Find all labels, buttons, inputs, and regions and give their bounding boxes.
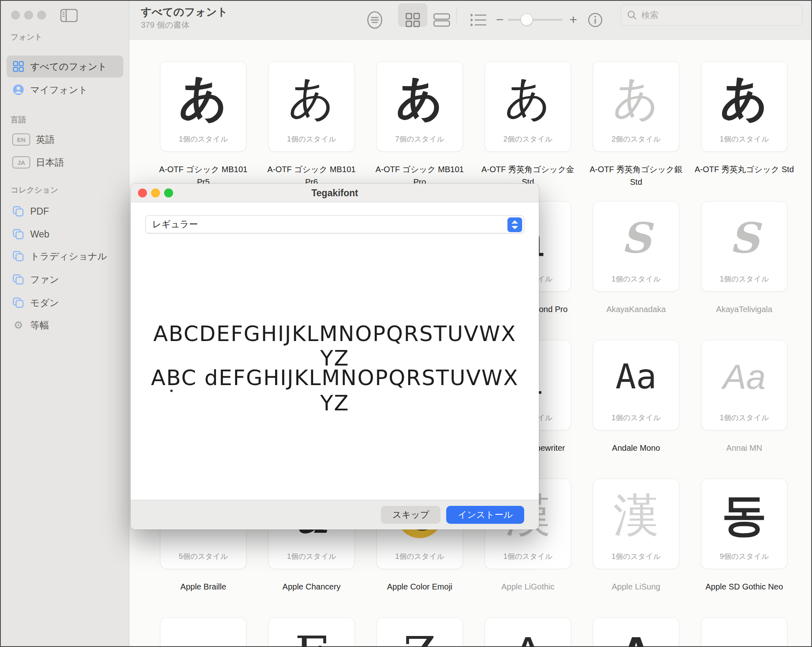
font-glyph: Aa: [593, 340, 679, 413]
sidebar-item-label: マイフォント: [30, 84, 88, 96]
font-card[interactable]: Aa1個のスタイル: [701, 340, 788, 430]
font-card[interactable]: F: [268, 617, 355, 647]
sidebar-item-label: PDF: [30, 206, 49, 217]
style-count: 5個のスタイル: [160, 552, 246, 561]
language-badge-icon: JA: [12, 156, 30, 168]
grid-view-icon[interactable]: [404, 0, 422, 40]
font-name: Apple LiSung: [585, 581, 687, 593]
font-card[interactable]: あ2個のスタイル: [593, 61, 679, 152]
font-glyph: Aa: [701, 340, 787, 413]
install-button[interactable]: インストール: [446, 506, 524, 524]
font-card[interactable]: [701, 617, 788, 647]
sidebar-section-header: フォント: [11, 32, 42, 42]
dialog-zoom-button[interactable]: [164, 188, 173, 197]
window-minimize-button[interactable]: [24, 11, 33, 20]
language-badge-icon: EN: [12, 133, 30, 146]
font-preview-line2b: YZ: [131, 391, 539, 415]
font-name: Apple SD Gothic Neo: [693, 581, 795, 593]
outline-view-icon[interactable]: [469, 0, 488, 40]
window-zoom-button[interactable]: [37, 11, 46, 20]
style-count: 1個のスタイル: [593, 413, 679, 423]
font-name: A-OTF 秀英丸ゴシック Std: [693, 163, 795, 176]
list-view-icon[interactable]: [432, 0, 451, 40]
font-card[interactable]: Z: [376, 617, 463, 647]
font-card[interactable]: あ1個のスタイル: [701, 61, 788, 152]
font-card[interactable]: Aa1個のスタイル: [593, 340, 679, 430]
collection-icon: [12, 297, 24, 309]
font-name: AkayaTelivigala: [693, 303, 795, 316]
font-name: AkayaKanadaka: [585, 303, 687, 316]
page-title: すべてのフォント: [141, 5, 228, 19]
sidebar-item-日本語[interactable]: JA日本語: [7, 151, 123, 173]
style-select-value: レギュラー: [146, 216, 524, 233]
skip-button[interactable]: スキップ: [381, 506, 440, 524]
sidebar-item-マイフォント[interactable]: マイフォント: [7, 79, 123, 101]
font-card[interactable]: あ1個のスタイル: [160, 61, 247, 152]
sidebar-item-等幅[interactable]: ⚙等幅: [7, 314, 123, 336]
collection-icon: [12, 250, 24, 262]
font-card[interactable]: あ2個のスタイル: [485, 61, 571, 152]
gear-icon: ⚙: [12, 319, 24, 331]
sidebar-item-ファン[interactable]: ファン: [7, 268, 123, 290]
font-card[interactable]: S1個のスタイル: [593, 201, 679, 292]
font-name: A-OTF 秀英角ゴシック銀 Std: [585, 163, 687, 188]
sidebar-item-すべてのフォント[interactable]: すべてのフォント: [7, 55, 123, 78]
style-count: 1個のスタイル: [269, 134, 354, 144]
style-count: 1個のスタイル: [485, 552, 571, 561]
font-name: Apple Color Emoji: [369, 581, 471, 593]
sidebar-item-トラディショナル[interactable]: トラディショナル: [7, 245, 123, 267]
sidebar-item-Web[interactable]: Web: [7, 223, 123, 245]
size-slider-knob[interactable]: [521, 13, 533, 26]
dialog-close-button[interactable]: [138, 188, 147, 197]
style-count: 1個のスタイル: [701, 413, 787, 423]
font-card[interactable]: 동9個のスタイル: [701, 479, 788, 569]
font-glyph: あ: [377, 62, 463, 134]
toolbar-divider: [456, 7, 457, 24]
filter-icon[interactable]: [365, 0, 384, 40]
search-field[interactable]: [621, 4, 803, 26]
font-name: Apple LiGothic: [477, 581, 579, 593]
search-icon: [627, 10, 637, 20]
sidebar-item-label: トラディショナル: [30, 250, 107, 263]
font-card[interactable]: あ7個のスタイル: [376, 61, 463, 152]
font-card[interactable]: [160, 617, 247, 647]
sidebar-item-PDF[interactable]: PDF: [7, 200, 123, 222]
font-card[interactable]: S1個のスタイル: [701, 201, 788, 292]
window-close-button[interactable]: [11, 11, 20, 20]
font-glyph: あ: [160, 62, 246, 134]
font-card[interactable]: あ1個のスタイル: [268, 61, 355, 152]
font-glyph: [701, 618, 787, 647]
sidebar: フォントすべてのフォントマイフォント言語EN英語JA日本語コレクションPDFWe…: [0, 0, 129, 647]
style-count: 2個のスタイル: [593, 134, 679, 144]
style-count: 1個のスタイル: [269, 552, 354, 561]
plus-icon[interactable]: +: [570, 0, 577, 40]
dialog-titlebar[interactable]: Tegakifont: [131, 184, 539, 202]
search-input[interactable]: [641, 10, 788, 20]
sidebar-item-label: Web: [30, 229, 49, 240]
sidebar-section-header: コレクション: [11, 185, 58, 195]
sidebar-item-label: すべてのフォント: [30, 60, 107, 73]
sidebar-item-英語[interactable]: EN英語: [7, 129, 123, 151]
info-icon[interactable]: [587, 0, 604, 40]
dialog-minimize-button[interactable]: [151, 188, 160, 197]
sidebar-toggle-icon[interactable]: [60, 9, 78, 22]
font-glyph: S: [701, 202, 787, 274]
font-card[interactable]: A: [593, 617, 679, 647]
stepper-icon[interactable]: [507, 217, 522, 232]
style-count: 2個のスタイル: [485, 134, 571, 144]
sidebar-item-モダン[interactable]: モダン: [7, 292, 123, 314]
font-card[interactable]: A: [485, 617, 571, 647]
style-count: 7個のスタイル: [377, 134, 463, 144]
sidebar-item-label: ファン: [30, 273, 59, 286]
dialog-footer: スキップ インストール: [131, 500, 539, 530]
font-name: Apple Braille: [152, 581, 254, 593]
size-slider-track[interactable]: [508, 19, 563, 21]
sidebar-item-label: 等幅: [30, 319, 49, 332]
style-count: 1個のスタイル: [377, 552, 463, 561]
content-header: すべてのフォント 379 個の書体 − +: [129, 0, 812, 40]
font-card[interactable]: 漢1個のスタイル: [593, 479, 679, 569]
sidebar-item-label: モダン: [30, 297, 59, 309]
style-select[interactable]: レギュラー: [145, 215, 524, 233]
grid-icon: [12, 60, 24, 73]
minus-icon[interactable]: −: [496, 0, 504, 40]
